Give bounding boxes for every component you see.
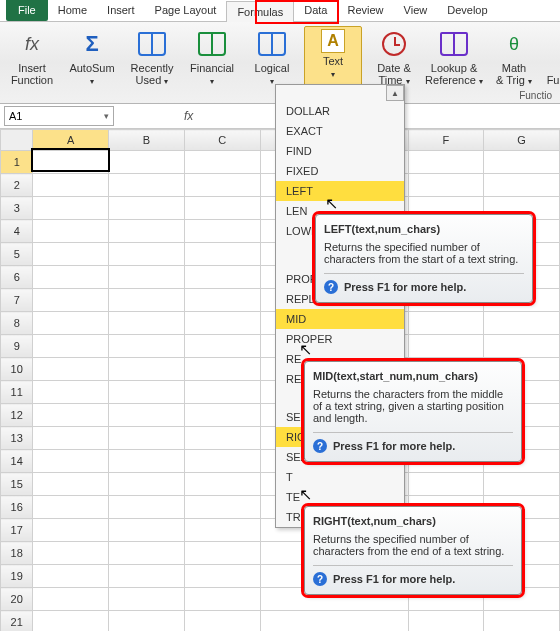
tooltip-title: MID(text,start_num,num_chars) [313,370,513,382]
book-icon [136,28,168,60]
select-all-corner[interactable] [1,130,33,151]
sheet-area: A B C F G 1 2 3 4 5 6 7 8 9 10 11 12 13 … [0,129,560,631]
insert-function-button[interactable]: fx Insert Function [4,26,60,90]
dd-item-exact[interactable]: EXACT [276,121,404,141]
tooltip-left: LEFT(text,num_chars) Returns the specifi… [315,214,533,303]
dd-item-left[interactable]: LEFT [276,181,404,201]
col-header[interactable]: G [484,130,560,151]
tab-view[interactable]: View [394,0,438,21]
logical-button[interactable]: Logical▾ [244,26,300,90]
row-header[interactable]: 6 [1,266,33,289]
dd-item-te[interactable]: TE [276,487,404,507]
tab-file[interactable]: File [6,0,48,21]
text-functions-button[interactable]: A Text▾ [304,26,362,90]
help-icon: ? [313,439,327,453]
math-trig-button[interactable]: θ Math & Trig ▾ [486,26,542,90]
tooltip-title: RIGHT(text,num_chars) [313,515,513,527]
tooltip-title: LEFT(text,num_chars) [324,223,524,235]
row-header[interactable]: 8 [1,312,33,335]
financial-button[interactable]: Financial▾ [184,26,240,90]
row-header[interactable]: 19 [1,565,33,588]
tooltip-body: Returns the characters from the middle o… [313,388,513,424]
help-icon: ? [313,572,327,586]
tooltip-mid: MID(text,start_num,num_chars) Returns th… [304,361,522,462]
help-icon: ? [324,280,338,294]
lookup-reference-button[interactable]: Lookup & Reference ▾ [426,26,482,90]
tab-developer[interactable]: Develop [437,0,497,21]
row-header[interactable]: 2 [1,174,33,197]
row-header[interactable]: 20 [1,588,33,611]
tooltip-right: RIGHT(text,num_chars) Returns the specif… [304,506,522,595]
tooltip-help: ? Press F1 for more help. [313,432,513,453]
row-header[interactable]: 17 [1,519,33,542]
dd-item-dollar[interactable]: DOLLAR [276,101,404,121]
autosum-button[interactable]: Σ AutoSum ▾ [64,26,120,90]
row-header[interactable]: 16 [1,496,33,519]
tab-insert[interactable]: Insert [97,0,145,21]
tab-home[interactable]: Home [48,0,97,21]
row-header[interactable]: 1 [1,151,33,174]
row-header[interactable]: 21 [1,611,33,632]
clock-icon [378,28,410,60]
book-icon [438,28,470,60]
row-header[interactable]: 11 [1,381,33,404]
sigma-icon: Σ [76,28,108,60]
tooltip-body: Returns the specified number of characte… [324,241,524,265]
name-box[interactable]: A1 [4,106,114,126]
fx-icon: fx [16,28,48,60]
dd-item-t[interactable]: T [276,467,404,487]
ribbon-tabs: File Home Insert Page Layout Formulas Da… [0,0,560,22]
row-header[interactable]: 7 [1,289,33,312]
tab-page-layout[interactable]: Page Layout [145,0,227,21]
theta-icon: θ [498,28,530,60]
dd-item-mid[interactable]: MID [276,309,404,329]
row-header[interactable]: 15 [1,473,33,496]
tooltip-help: ? Press F1 for more help. [313,565,513,586]
col-header[interactable]: F [408,130,484,151]
tab-data[interactable]: Data [294,0,337,21]
book-icon [256,28,288,60]
row-header[interactable]: 3 [1,197,33,220]
row-header[interactable]: 12 [1,404,33,427]
row-header[interactable]: 18 [1,542,33,565]
row-header[interactable]: 4 [1,220,33,243]
row-header[interactable]: 13 [1,427,33,450]
col-header[interactable]: A [33,130,109,151]
row-header[interactable]: 10 [1,358,33,381]
fx-label[interactable]: fx [184,109,193,123]
dd-item-proper2[interactable]: PROPER [276,329,404,349]
col-header[interactable]: C [184,130,260,151]
tab-review[interactable]: Review [337,0,393,21]
col-header[interactable]: B [109,130,185,151]
scroll-up-arrow[interactable]: ▲ [386,85,404,101]
tooltip-help: ? Press F1 for more help. [324,273,524,294]
row-header[interactable]: 9 [1,335,33,358]
date-time-button[interactable]: Date & Time ▾ [366,26,422,90]
book-icon [196,28,228,60]
dd-item-fixed[interactable]: FIXED [276,161,404,181]
tab-formulas[interactable]: Formulas [226,1,294,22]
dd-item-find[interactable]: FIND [276,141,404,161]
recently-used-button[interactable]: Recently Used ▾ [124,26,180,90]
more-functions-button[interactable]: More Functions ▾ [546,26,560,90]
text-icon: A [321,29,345,53]
row-header[interactable]: 14 [1,450,33,473]
tooltip-body: Returns the specified number of characte… [313,533,513,557]
row-header[interactable]: 5 [1,243,33,266]
